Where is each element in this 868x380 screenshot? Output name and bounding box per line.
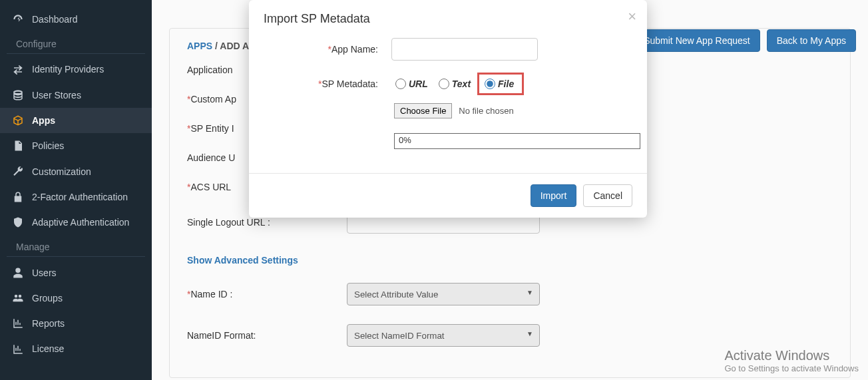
windows-watermark: Activate Windows Go to Settings to activ… xyxy=(724,348,859,373)
radio-url-input[interactable] xyxy=(395,79,406,89)
import-button[interactable]: Import xyxy=(531,184,577,207)
modal-footer: Import Cancel xyxy=(249,173,647,218)
radio-file-highlight: File xyxy=(477,73,524,95)
cancel-button[interactable]: Cancel xyxy=(583,184,632,207)
radio-text[interactable]: Text xyxy=(435,76,475,92)
radio-text-input[interactable] xyxy=(439,79,449,89)
modal-header: Import SP Metadata xyxy=(249,0,647,35)
watermark-line1: Activate Windows xyxy=(724,348,859,363)
radio-file[interactable]: File xyxy=(481,76,518,92)
watermark-line2: Go to Settings to activate Windows xyxy=(724,363,859,373)
radio-url[interactable]: URL xyxy=(391,76,432,92)
choose-file-button[interactable]: Choose File xyxy=(394,103,452,118)
app-name-input[interactable] xyxy=(391,38,538,61)
import-sp-metadata-modal: × Import SP Metadata *App Name: *SP Meta… xyxy=(249,0,647,218)
label-sp-metadata: *SP Metadata: xyxy=(264,79,391,89)
radio-file-input[interactable] xyxy=(485,79,495,89)
row-app-name: *App Name: xyxy=(264,38,632,61)
file-chooser-row: Choose File No file chosen xyxy=(394,103,632,118)
progress-row: 0% xyxy=(394,133,632,149)
row-sp-metadata: *SP Metadata: URL Text File xyxy=(264,73,632,95)
file-status: No file chosen xyxy=(459,106,513,116)
modal-body: *App Name: *SP Metadata: URL Text File C… xyxy=(249,35,647,173)
label-app-name: *App Name: xyxy=(264,44,391,55)
modal-title: Import SP Metadata xyxy=(264,12,632,26)
progress-bar: 0% xyxy=(394,133,640,149)
close-icon[interactable]: × xyxy=(628,8,636,25)
sp-metadata-radio-group: URL Text File xyxy=(391,73,524,95)
